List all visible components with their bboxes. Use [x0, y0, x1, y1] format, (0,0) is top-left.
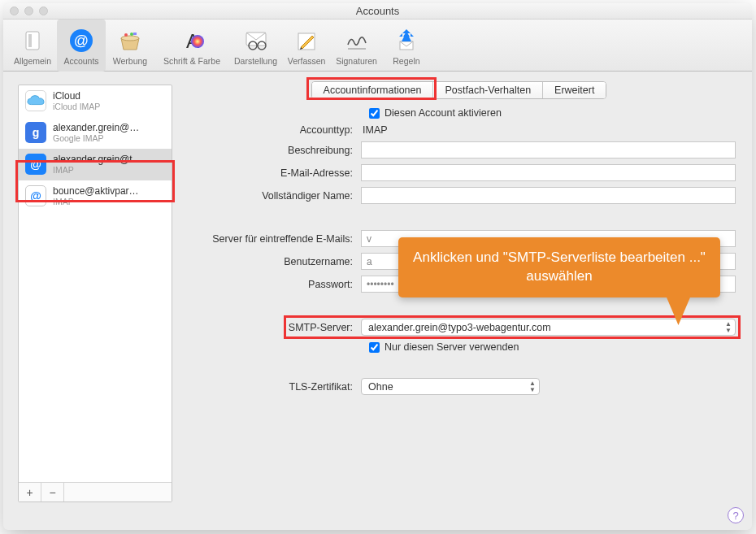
- help-button[interactable]: ?: [728, 507, 744, 523]
- svg-rect-1: [28, 34, 32, 47]
- fonts-icon: A: [178, 27, 206, 54]
- fullname-label: Vollständiger Name:: [182, 190, 361, 202]
- password-label: Passwort:: [182, 279, 361, 290]
- username-label: Benutzername:: [182, 256, 361, 267]
- svg-point-9: [191, 35, 204, 48]
- junk-icon: [116, 27, 144, 54]
- preferences-toolbar: Allgemein @ Accounts Werbung A Schrift &…: [3, 20, 752, 72]
- tab-postfach[interactable]: Postfach-Verhalten: [433, 82, 543, 98]
- account-item-google[interactable]: g alexander.grein@…Google IMAP: [19, 117, 172, 149]
- rules-icon: [393, 27, 420, 54]
- general-icon: [19, 27, 46, 54]
- accounttype-label: Accounttyp:: [182, 124, 361, 136]
- toolbar-label: Regeln: [393, 56, 419, 66]
- details-tabs: Accountinformationen Postfach-Verhalten …: [182, 81, 736, 99]
- description-input[interactable]: [361, 141, 736, 158]
- description-label: Beschreibung:: [182, 145, 361, 156]
- account-item-typo3[interactable]: @ alexander.grein@t…IMAP: [19, 149, 172, 180]
- only-this-server-checkbox[interactable]: [369, 342, 380, 353]
- account-sub: IMAP: [53, 197, 139, 207]
- svg-rect-7: [133, 33, 137, 35]
- account-sub: Google IMAP: [53, 133, 139, 144]
- activate-account-label: Diesen Account aktivieren: [385, 107, 502, 119]
- at-icon: @: [67, 27, 95, 54]
- email-input[interactable]: [361, 164, 736, 181]
- toolbar-regeln[interactable]: Regeln: [382, 20, 431, 72]
- email-label: E-Mail-Adresse:: [182, 167, 361, 179]
- callout-text: Anklicken und "SMTP-Serverliste bearbeit…: [413, 250, 706, 284]
- svg-point-6: [130, 33, 133, 36]
- toolbar-label: Allgemein: [14, 56, 51, 66]
- toolbar-schrift[interactable]: A Schrift & Farbe: [154, 20, 229, 72]
- window-title: Accounts: [3, 3, 752, 20]
- remove-account-button[interactable]: −: [41, 483, 64, 501]
- tls-cert-label: TLS-Zertifikat:: [182, 381, 361, 393]
- toolbar-accounts[interactable]: @ Accounts: [57, 20, 106, 72]
- toolbar-verfassen[interactable]: Verfassen: [282, 20, 331, 72]
- at-icon: @: [25, 154, 46, 175]
- account-item-icloud[interactable]: iCloudiCloud IMAP: [19, 85, 172, 117]
- toolbar-label: Signaturen: [336, 56, 377, 66]
- accounttype-value: IMAP: [361, 124, 736, 136]
- account-name: bounce@aktivpar…: [53, 185, 139, 197]
- account-item-bounce[interactable]: @ bounce@aktivpar…IMAP: [19, 180, 172, 212]
- svg-point-5: [124, 33, 128, 37]
- add-account-button[interactable]: +: [19, 483, 41, 501]
- toolbar-label: Schrift & Farbe: [163, 56, 220, 66]
- chevron-updown-icon: ▲▼: [529, 380, 536, 393]
- fullname-input[interactable]: [361, 187, 736, 204]
- account-details-pane: Accountinformationen Postfach-Verhalten …: [172, 72, 752, 530]
- svg-text:@: @: [74, 33, 89, 49]
- help-icon: ?: [732, 510, 738, 522]
- toolbar-label: Accounts: [63, 56, 98, 66]
- annotation-callout: Anklicken und "SMTP-Serverliste bearbeit…: [398, 237, 720, 297]
- smtp-server-label: SMTP-Server:: [182, 322, 361, 333]
- activate-account-checkbox[interactable]: [369, 108, 380, 119]
- account-name: iCloud: [53, 90, 100, 102]
- svg-rect-0: [26, 32, 39, 50]
- tab-erweitert[interactable]: Erweitert: [543, 82, 606, 98]
- compose-icon: [293, 27, 320, 54]
- toolbar-werbung[interactable]: Werbung: [106, 20, 154, 72]
- toolbar-signaturen[interactable]: Signaturen: [331, 20, 382, 72]
- only-this-server-label: Nur diesen Server verwenden: [385, 341, 519, 353]
- smtp-server-value: alexander.grein@typo3-webagentur.com: [368, 322, 551, 333]
- window-controls: [10, 7, 48, 15]
- accounts-sidebar: iCloudiCloud IMAP g alexander.grein@…Goo…: [18, 85, 172, 502]
- svg-point-4: [121, 36, 139, 41]
- toolbar-label: Darstellung: [234, 56, 277, 66]
- titlebar: Accounts: [3, 3, 752, 20]
- signatures-icon: [343, 27, 371, 54]
- chevron-updown-icon: ▲▼: [725, 321, 732, 334]
- tls-cert-value: Ohne: [368, 381, 393, 393]
- google-icon: g: [25, 122, 46, 143]
- incoming-server-label: Server für eintreffende E-Mails:: [182, 233, 361, 245]
- minimize-button[interactable]: [24, 7, 33, 15]
- close-button[interactable]: [10, 7, 19, 15]
- tls-cert-select[interactable]: Ohne ▲▼: [361, 378, 540, 395]
- toolbar-allgemein[interactable]: Allgemein: [8, 20, 57, 72]
- preferences-window: Accounts Allgemein @ Accounts Werbung A …: [3, 3, 752, 530]
- icloud-icon: [25, 90, 46, 111]
- tab-accountinfo[interactable]: Accountinformationen: [312, 82, 434, 98]
- sidebar-footer: + −: [19, 482, 172, 501]
- toolbar-darstellung[interactable]: Darstellung: [229, 20, 282, 72]
- account-name: alexander.grein@t…: [53, 154, 142, 165]
- zoom-button[interactable]: [39, 7, 48, 15]
- account-sub: iCloud IMAP: [53, 102, 100, 112]
- toolbar-label: Werbung: [113, 56, 147, 66]
- account-sub: IMAP: [53, 165, 142, 176]
- at-icon: @: [25, 185, 46, 206]
- toolbar-label: Verfassen: [288, 56, 326, 66]
- viewing-icon: [242, 27, 270, 54]
- account-name: alexander.grein@…: [53, 122, 139, 133]
